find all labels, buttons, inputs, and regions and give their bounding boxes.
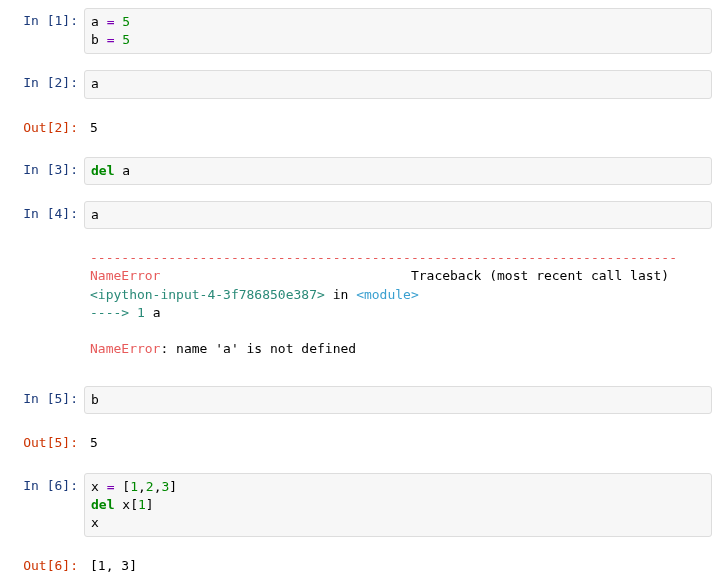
output-prompt: Out[6]: xyxy=(8,553,84,578)
final-error-name: NameError xyxy=(90,341,160,356)
code-input[interactable]: a = 5 b = 5 xyxy=(84,8,712,54)
traceback-output: ----------------------------------------… xyxy=(84,245,712,362)
input-cell[interactable]: In [3]:del a xyxy=(8,157,712,185)
frame-file: <ipython-input-4-3f786850e387> xyxy=(90,287,325,302)
code-input[interactable]: del a xyxy=(84,157,712,185)
empty-prompt xyxy=(8,245,84,253)
code-input[interactable]: x = [1,2,3] del x[1] x xyxy=(84,473,712,538)
traceback-label: Traceback (most recent call last) xyxy=(411,268,669,283)
input-cell[interactable]: In [1]:a = 5 b = 5 xyxy=(8,8,712,54)
input-cell[interactable]: In [4]:a xyxy=(8,201,712,229)
input-prompt: In [1]: xyxy=(8,8,84,34)
input-prompt: In [3]: xyxy=(8,157,84,183)
frame-module: <module> xyxy=(356,287,419,302)
input-cell[interactable]: In [2]:a xyxy=(8,70,712,98)
input-cell[interactable]: In [6]:x = [1,2,3] del x[1] x xyxy=(8,473,712,538)
output-text: 5 xyxy=(84,115,712,141)
notebook-session: In [1]:a = 5 b = 5In [2]:aOut[2]:5In [3]… xyxy=(8,8,712,578)
code-input[interactable]: a xyxy=(84,201,712,229)
output-prompt: Out[5]: xyxy=(8,430,84,456)
output-cell: Out[2]:5 xyxy=(8,115,712,141)
input-cell[interactable]: In [5]:b xyxy=(8,386,712,414)
input-prompt: In [6]: xyxy=(8,473,84,499)
output-text: 5 xyxy=(84,430,712,456)
input-prompt: In [4]: xyxy=(8,201,84,227)
traceback-cell: ----------------------------------------… xyxy=(8,245,712,362)
output-cell: Out[5]:5 xyxy=(8,430,712,456)
traceback-arrow: ----> 1 xyxy=(90,305,153,320)
input-prompt: In [2]: xyxy=(8,70,84,96)
code-input[interactable]: b xyxy=(84,386,712,414)
output-text: [1, 3] xyxy=(84,553,712,578)
code-input[interactable]: a xyxy=(84,70,712,98)
final-error-message: : name 'a' is not defined xyxy=(160,341,356,356)
traceback-separator: ----------------------------------------… xyxy=(90,250,677,265)
output-cell: Out[6]:[1, 3] xyxy=(8,553,712,578)
input-prompt: In [5]: xyxy=(8,386,84,412)
output-prompt: Out[2]: xyxy=(8,115,84,141)
error-name: NameError xyxy=(90,268,160,283)
